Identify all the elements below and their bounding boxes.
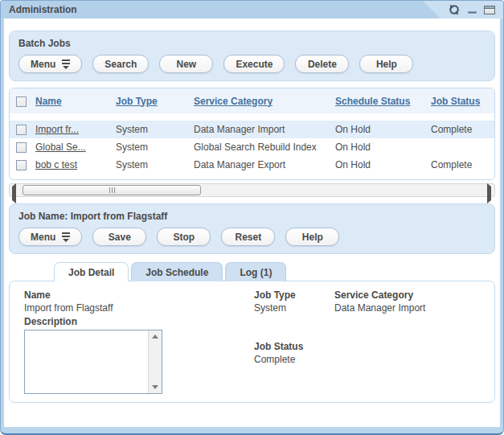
job-toolbar: Menu Save Stop Reset Help [18,228,486,246]
job-status-value: Complete [254,354,334,365]
job-help-button[interactable]: Help [285,228,339,246]
column-header-name[interactable]: Name [35,96,62,107]
header-spacer-row [10,113,494,121]
job-type-cell: System [114,121,192,138]
job-name-link[interactable]: Import fr... [35,124,79,135]
name-label: Name [24,289,254,301]
minimize-icon[interactable] [467,5,477,14]
schedule-status-cell: On Hold [334,121,429,138]
table-header-row: Name Job Type Service Category Schedule … [10,88,494,113]
column-header-job-status[interactable]: Job Status [431,96,480,107]
window-title: Administration [9,4,77,15]
table-row[interactable]: Import fr... System Data Manager Import … [10,121,494,138]
new-button[interactable]: New [159,55,213,73]
delete-button[interactable]: Delete [295,55,349,73]
scroll-down-icon[interactable] [152,385,158,389]
stop-button[interactable]: Stop [157,228,211,246]
job-menu-button[interactable]: Menu [18,228,82,246]
schedule-status-cell: On Hold [334,138,429,156]
service-category-cell: Data Manager Import [192,121,334,138]
schedule-status-cell: On Hold [334,156,429,174]
batch-jobs-title: Batch Jobs [18,38,486,49]
reset-button[interactable]: Reset [221,228,275,246]
table-row[interactable]: bob c test System Data Manager Export On… [10,156,494,174]
description-label: Description [24,316,254,327]
job-status-cell: Complete [429,121,494,138]
jobs-table-panel: Name Job Type Service Category Schedule … [9,88,495,180]
titlebar: Administration [1,1,503,18]
job-name-link[interactable]: bob c test [35,159,77,170]
form-column-middle: Job Type System Job Status Complete [254,289,334,402]
description-scrollbar[interactable] [148,330,162,393]
job-detail-form: Name Import from Flagstaff Description J… [9,281,495,403]
batch-jobs-toolbar: Menu Search New Execute Delete Help [18,55,486,73]
tab-log[interactable]: Log (1) [225,262,286,281]
job-status-block: Job Status Complete [254,341,334,365]
row-checkbox[interactable] [16,125,27,135]
job-status-label: Job Status [254,341,334,352]
tab-job-detail[interactable]: Job Detail [54,262,129,281]
scroll-up-icon[interactable] [152,334,158,339]
row-checkbox[interactable] [16,142,27,153]
job-status-cell [429,138,494,156]
refresh-icon[interactable] [449,4,460,15]
job-name-link[interactable]: Global Se... [35,142,86,153]
job-menu-label: Menu [31,232,55,243]
service-category-cell: Global Search Rebuild Index [192,138,334,156]
menu-dropdown-icon [62,232,70,242]
description-field[interactable] [25,330,148,393]
form-column-left: Name Import from Flagstaff Description [24,289,254,402]
batch-menu-button[interactable]: Menu [18,55,82,73]
table-row[interactable]: Global Se... System Global Search Rebuil… [10,138,494,156]
job-name-title: Job Name: Import from Flagstaff [18,211,486,222]
service-category-label: Service Category [334,289,494,301]
tab-job-schedule[interactable]: Job Schedule [131,262,223,281]
column-header-job-type[interactable]: Job Type [116,96,158,107]
horizontal-scrollbar[interactable] [9,183,495,197]
jobs-table: Name Job Type Service Category Schedule … [10,88,494,174]
row-checkbox[interactable] [16,160,27,170]
batch-jobs-panel: Batch Jobs Menu Search New Execute Delet… [9,31,495,81]
search-button[interactable]: Search [92,55,149,73]
menu-dropdown-icon [62,60,70,69]
job-status-cell: Complete [429,156,494,174]
scroll-left-icon[interactable] [12,187,20,195]
scrollbar-thumb[interactable] [23,185,201,195]
batch-help-button[interactable]: Help [359,55,413,73]
description-field-wrap [24,330,162,394]
form-column-right: Service Category Data Manager Import [334,289,494,402]
administration-window: Administration Batch Jobs Menu Se [0,0,504,435]
service-category-cell: Data Manager Export [192,156,334,174]
job-name-panel: Job Name: Import from Flagstaff Menu Sav… [9,203,495,254]
name-value: Import from Flagstaff [24,302,254,314]
execute-button[interactable]: Execute [223,55,285,73]
detail-tabs: Job Detail Job Schedule Log (1) [9,262,495,281]
column-header-service-category[interactable]: Service Category [194,96,272,107]
save-button[interactable]: Save [92,228,146,246]
maximize-icon[interactable] [484,6,495,14]
window-controls [449,4,495,15]
job-type-cell: System [114,156,192,174]
column-header-schedule-status[interactable]: Schedule Status [335,96,410,107]
scroll-right-icon[interactable] [484,187,492,195]
select-all-checkbox[interactable] [16,96,27,107]
job-type-label: Job Type [254,289,334,301]
job-type-cell: System [114,138,192,156]
job-type-value: System [254,302,334,314]
service-category-value: Data Manager Import [334,302,494,314]
batch-menu-label: Menu [31,59,55,70]
window-body: Batch Jobs Menu Search New Execute Delet… [4,18,500,427]
